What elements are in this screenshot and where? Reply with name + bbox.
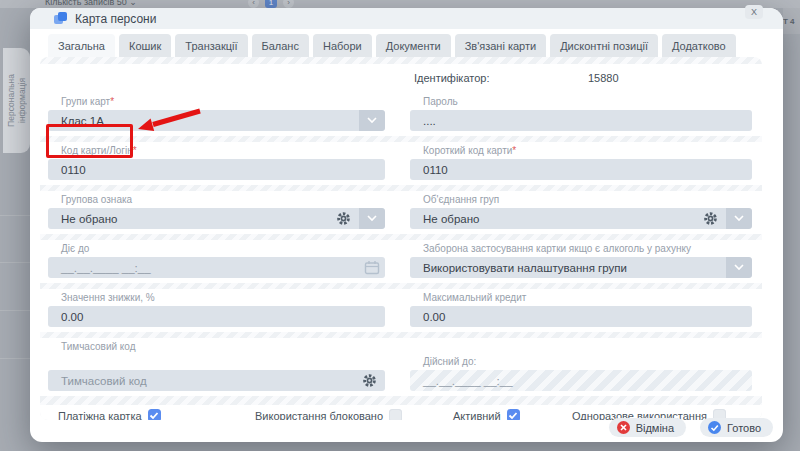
background-table-row-divider [0,215,30,216]
discount-value-input[interactable]: 0.00 [48,306,385,327]
records-count-value: 50 [117,0,127,7]
required-asterisk: * [512,145,516,156]
alcohol-ban-select[interactable]: Використовувати налаштування групи [410,257,752,278]
records-count-label: Кількість записів [45,0,114,7]
required-asterisk: * [133,145,137,156]
input-value: 0110 [61,164,86,176]
cancel-label: Відміна [636,422,674,434]
background-table-row-divider [0,310,30,311]
checkbox-checked[interactable] [148,409,161,420]
usage-blocked-checkbox-item[interactable]: Використання блоковано [255,409,402,420]
annotation-highlight-rectangle [46,124,133,158]
checkbox-checked[interactable] [507,409,520,420]
tab-dokumenty[interactable]: Документи [376,34,451,57]
background-table-fragment: Т 4 [783,17,795,26]
group-union-select[interactable]: Не обрано [410,208,752,229]
input-placeholder: Тимчасовий код [61,375,147,387]
group-attribute-select[interactable]: Не обрано [48,208,385,229]
cancel-button[interactable]: Відміна [609,418,686,437]
select-value: Використовувати налаштування групи [423,262,627,274]
calendar-icon[interactable] [364,260,380,275]
side-tab-text: Персональна [6,74,17,127]
tab-dodatkovo[interactable]: Додатково [662,34,736,57]
field-label: Пароль [423,96,458,107]
input-value: 0.00 [423,311,445,323]
identifier-value: 15880 [588,72,619,84]
required-asterisk: * [110,96,114,107]
max-credit-input[interactable]: 0.00 [410,306,752,327]
person-card-modal: Карта персони X Загальна Кошик Транзакці… [30,8,783,442]
checkbox-label: Використання блоковано [255,410,383,421]
background-table-row-divider [0,262,30,263]
side-tab-text: інформація [17,78,28,123]
identifier-row: Ідентифікатор: 15880 [410,70,752,88]
input-placeholder: __.__.____ __:__ [423,375,513,387]
checkbox-label: Активний [453,410,501,421]
gear-icon[interactable] [336,211,351,226]
select-value: Не обрано [423,213,479,225]
chevron-down-icon: ⌄ [129,0,137,7]
field-label: Короткий код карти [423,145,512,156]
active-checkbox-item[interactable]: Активний [453,409,520,420]
field-label: Групова ознака [61,194,132,205]
sidebar-tab-personal-info[interactable]: Персональна інформація [3,48,30,153]
tab-zvyazani-karty[interactable]: Зв'язані карти [455,34,547,57]
tab-zagalna[interactable]: Загальна [48,34,115,57]
temporary-code-input[interactable]: Тимчасовий код [48,370,385,391]
payment-card-checkbox-item[interactable]: Платіжна картка [58,409,161,420]
background-table-row-divider [0,358,30,359]
modal-footer: Відміна Готово [609,418,773,437]
records-count-control[interactable]: Кількість записів 50 ⌄ [45,0,137,7]
current-page-button[interactable]: 1 [265,0,277,8]
chevron-down-icon [726,208,752,229]
field-label: Дійсний до: [423,356,476,367]
tab-bar: Загальна Кошик Транзакції Баланс Набори … [48,34,783,57]
done-button[interactable]: Готово [700,418,773,437]
identifier-label: Ідентифікатор: [414,72,489,84]
tab-dyskontni-pozycii[interactable]: Дисконтні позиції [550,34,658,57]
short-card-code-input[interactable]: 0110 [410,159,752,180]
input-value: 0.00 [61,311,83,323]
modal-header: Карта персони X [30,8,783,29]
password-input[interactable]: .... [410,110,752,131]
done-check-icon [708,421,721,434]
cards-icon [54,12,67,25]
next-page-button[interactable]: › [283,0,294,8]
field-label: Групи карт [61,96,110,107]
field-label: Значення знижки, % [61,292,155,303]
valid-until-date-input[interactable]: __.__.____ __:__ [48,257,385,278]
page-number: 1 [269,0,273,7]
field-label: Заборона застосування картки якщо є алко… [423,243,691,254]
close-button[interactable]: X [745,5,763,19]
checkbox-unchecked[interactable] [389,409,402,420]
field-label: Діє до [61,243,89,254]
card-code-login-input[interactable]: 0110 [48,159,385,180]
valid-until-disabled-input: __.__.____ __:__ [410,370,752,391]
field-label: Максимальний кредит [423,292,526,303]
annotation-arrow [132,103,210,138]
chevron-down-icon [359,110,385,131]
modal-title: Карта персони [75,12,156,26]
tab-tranzakcii[interactable]: Транзакції [175,34,247,57]
select-value: Не обрано [61,213,117,225]
input-value: .... [423,115,436,127]
chevron-down-icon [726,257,752,278]
chevron-down-icon [359,208,385,229]
input-value: 0110 [423,164,448,176]
input-placeholder: __.__.____ __:__ [61,262,151,274]
tab-koshyk[interactable]: Кошик [119,34,171,57]
gear-icon[interactable] [362,373,377,388]
prev-page-button[interactable]: ‹ [248,0,259,8]
checkbox-label: Платіжна картка [58,410,142,421]
cancel-x-icon [617,421,630,434]
tab-balans[interactable]: Баланс [252,34,309,57]
gear-icon[interactable] [703,211,718,226]
done-label: Готово [727,422,761,434]
next-arrow-icon: › [287,0,290,7]
field-label: Тимчасовий код [61,341,136,352]
prev-arrow-icon: ‹ [252,0,255,7]
tab-nabory[interactable]: Набори [313,34,372,57]
field-label: Об'єднання груп [423,194,499,205]
